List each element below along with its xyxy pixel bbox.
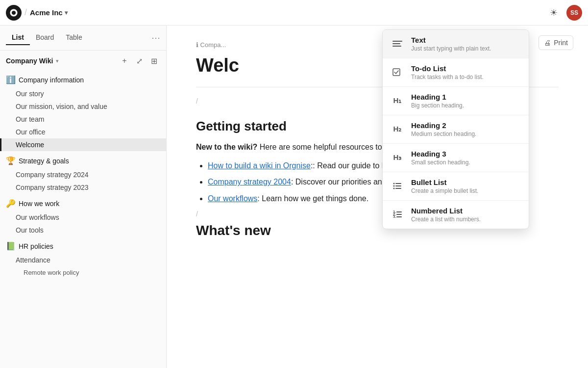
sidebar-item-workflows[interactable]: Our workflows [0,211,166,224]
wiki-actions: + ⤢ ⊞ [118,54,160,67]
sidebar-item-our-story[interactable]: Our story [0,87,166,100]
workspace-name[interactable]: Acme Inc ▾ [30,8,68,17]
numbered-title: Numbered List [411,207,481,215]
svg-rect-2 [392,43,400,44]
app-logo[interactable] [6,5,22,21]
wiki-name: Company Wiki [6,57,53,65]
view-tabs: List Board Table [6,30,88,45]
h1-title: Heading 1 [411,93,464,101]
link-suffix-3: : Learn how we get things done. [257,194,368,203]
print-icon: 🖨 [544,39,551,47]
sidebar-item-strategy-2023[interactable]: Company strategy 2023 [0,181,166,194]
h3-desc: Small section heading. [411,159,470,166]
workspace-chevron: ▾ [65,9,68,16]
sidebar-item-our-office[interactable]: Our office [0,126,166,138]
h2-icon: H₂ [391,122,404,136]
svg-point-7 [393,185,395,187]
link-how-to-build[interactable]: How to build a wiki in Orgnise [208,161,311,170]
main-layout: List Board Table ⋯ Company Wiki ▾ + ⤢ ⊞ … [0,26,588,368]
add-page-button[interactable]: + [118,54,131,67]
bullet-content: Bullet List Create a simple bullet list. [411,178,478,194]
sidebar-item-mission[interactable]: Our mission, vision, and value [0,100,166,113]
bullet-list-icon [391,179,404,193]
svg-rect-3 [392,46,401,47]
block-type-dropdown[interactable]: Text Just start typing with plain text. … [382,29,529,229]
numbered-desc: Create a list with numbers. [411,216,481,223]
todo-title: To-do List [411,64,484,73]
print-button[interactable]: 🖨 Print [539,35,573,50]
bullet-desc: Create a simple bullet list. [411,187,478,194]
dropdown-item-text[interactable]: Text Just start typing with plain text. [383,30,529,58]
section-company-information: ℹ️ Company information Our story Our mis… [0,71,166,152]
hr-icon: 📗 [6,241,16,251]
bullet-title: Bullet List [411,178,478,186]
dropdown-item-bullet[interactable]: Bullet List Create a simple bullet list. [383,172,529,201]
h3-icon: H₃ [391,151,404,164]
print-label: Print [554,39,568,47]
work-icon: 🔑 [6,199,16,208]
tab-list[interactable]: List [6,30,30,45]
wiki-header: Company Wiki ▾ + ⤢ ⊞ [0,51,166,71]
section-header-company[interactable]: ℹ️ Company information [0,72,166,87]
text-block-icon [391,37,404,51]
svg-rect-6 [395,183,401,184]
view-tabs-container: List Board Table ⋯ [0,26,166,51]
topbar: / Acme Inc ▾ ☀ SS [0,0,588,26]
sidebar-item-remote-work[interactable]: Remote work policy [0,266,166,279]
tab-board[interactable]: Board [30,30,60,45]
sidebar-item-welcome[interactable]: Welcome [0,138,166,151]
section-label-work: How we work [19,200,59,208]
h2-desc: Medium section heading. [411,131,476,137]
section-label-strategy: Strategy & goals [19,157,69,165]
dropdown-item-todo[interactable]: To-do List Track tasks with a to-do list… [383,58,529,87]
main-content: 🖨 Print ℹ Compa... Welc / Getting starte… [167,26,588,368]
topbar-separator: / [24,7,27,18]
h1-desc: Big section heading. [411,102,464,109]
svg-rect-16 [396,216,402,217]
section-label-hr: HR policies [19,242,53,250]
h2-title: Heading 2 [411,121,476,130]
layout-button[interactable]: ⊞ [147,54,160,67]
sidebar-item-strategy-2024[interactable]: Company strategy 2024 [0,168,166,181]
svg-rect-1 [392,41,402,42]
numbered-list-icon: 1. 2. 3. [391,208,404,221]
svg-point-9 [393,188,395,189]
section-header-hr[interactable]: 📗 HR policies [0,238,166,254]
theme-toggle-button[interactable]: ☀ [546,5,562,21]
text-block-desc: Just start typing with plain text. [411,45,491,52]
intro-strong: New to the wiki? [196,143,257,151]
sidebar: List Board Table ⋯ Company Wiki ▾ + ⤢ ⊞ … [0,26,167,368]
h1-content: Heading 1 Big section heading. [411,93,464,109]
sidebar-item-our-team[interactable]: Our team [0,113,166,126]
section-header-strategy[interactable]: 🏆 Strategy & goals [0,153,166,168]
section-label-company: Company information [19,76,84,84]
expand-button[interactable]: ⤢ [133,54,146,67]
dropdown-item-h2[interactable]: H₂ Heading 2 Medium section heading. [383,115,529,144]
section-header-work[interactable]: 🔑 How we work [0,196,166,211]
svg-rect-10 [395,188,401,189]
section-hr-policies: 📗 HR policies Attendance Remote work pol… [0,237,166,280]
user-avatar[interactable]: SS [566,5,582,21]
svg-rect-8 [395,185,401,186]
section-strategy: 🏆 Strategy & goals Company strategy 2024… [0,152,166,195]
sidebar-item-tools[interactable]: Our tools [0,224,166,237]
link-strategy-2004[interactable]: Company strategy 2004 [208,178,291,186]
dropdown-item-numbered[interactable]: 1. 2. 3. Numbered List Create a list wit… [383,201,529,229]
todo-content: To-do List Track tasks with a to-do list… [411,64,484,80]
company-info-icon: ℹ️ [6,75,16,84]
svg-rect-14 [396,214,402,215]
todo-icon [391,65,404,79]
dropdown-item-h3[interactable]: H₃ Heading 3 Small section heading. [383,144,529,172]
todo-desc: Track tasks with a to-do list. [411,74,484,80]
wiki-chevron: ▾ [56,58,59,64]
dropdown-item-h1[interactable]: H₁ Heading 1 Big section heading. [383,87,529,115]
h3-title: Heading 3 [411,150,470,158]
sidebar-options-button[interactable]: ⋯ [151,32,160,43]
svg-text:3.: 3. [393,214,396,219]
link-workflows[interactable]: Our workflows [208,194,257,203]
section-how-we-work: 🔑 How we work Our workflows Our tools [0,195,166,237]
numbered-content: Numbered List Create a list with numbers… [411,207,481,223]
tab-table[interactable]: Table [60,30,88,45]
sidebar-item-attendance[interactable]: Attendance [0,254,166,266]
svg-rect-12 [396,211,402,212]
